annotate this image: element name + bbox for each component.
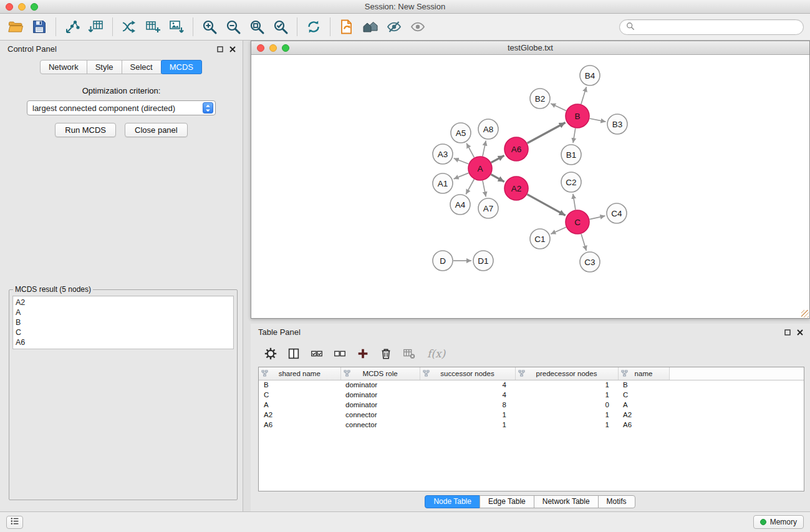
node-D[interactable]: D	[433, 251, 453, 271]
import-network-from-file-button[interactable]	[60, 16, 84, 38]
node-A[interactable]: A	[468, 157, 492, 180]
table-row[interactable]: Cdominator41C	[259, 390, 804, 400]
cell-successor-nodes[interactable]: 1	[420, 420, 515, 430]
save-session-button[interactable]	[27, 16, 51, 38]
node-B3[interactable]: B3	[607, 114, 627, 134]
column-header-name[interactable]: name	[618, 367, 669, 380]
show-graphics-details-button[interactable]	[406, 16, 430, 38]
tab-mcds[interactable]: MCDS	[161, 60, 202, 74]
cell-mcds-role[interactable]: connector	[340, 410, 420, 420]
node-B2[interactable]: B2	[530, 89, 550, 109]
node-C2[interactable]: C2	[561, 172, 581, 192]
close-panel-button[interactable]: Close panel	[125, 123, 188, 137]
import-table-from-file-button[interactable]	[84, 16, 108, 38]
node-A1[interactable]: A1	[433, 173, 453, 193]
node-A6[interactable]: A6	[504, 137, 528, 161]
edge-C-C2[interactable]	[573, 194, 576, 210]
table-row[interactable]: Bdominator41B	[259, 380, 804, 390]
table-settings-button[interactable]	[263, 346, 278, 361]
node-B1[interactable]: B1	[561, 145, 581, 165]
deselect-all-rows-button[interactable]	[332, 346, 347, 361]
tab-network[interactable]: Network	[40, 60, 87, 74]
cell-predecessor-nodes[interactable]: 1	[515, 380, 618, 390]
cell-mcds-role[interactable]: dominator	[340, 390, 420, 400]
node-A3[interactable]: A3	[433, 144, 453, 164]
cell-shared-name[interactable]: B	[259, 380, 340, 390]
mcds-result-item[interactable]: A2	[16, 297, 231, 307]
cell-name[interactable]: C	[618, 390, 669, 400]
edge-A-A4[interactable]	[466, 180, 474, 195]
float-panel-icon[interactable]	[217, 46, 223, 52]
node-B4[interactable]: B4	[580, 65, 600, 85]
cell-mcds-role[interactable]: connector	[340, 420, 420, 430]
node-A5[interactable]: A5	[451, 123, 471, 143]
edge-B-B4[interactable]	[581, 87, 587, 104]
show-columns-button[interactable]	[286, 346, 301, 361]
criterion-dropdown[interactable]: largest connected component (directed)	[27, 100, 216, 115]
node-B[interactable]: B	[566, 104, 589, 128]
tab-node-table[interactable]: Node Table	[425, 495, 480, 508]
node-D1[interactable]: D1	[473, 251, 493, 271]
network-zoom-button[interactable]	[282, 44, 289, 52]
cell-successor-nodes[interactable]: 4	[420, 380, 515, 390]
edge-A-A6[interactable]	[491, 155, 504, 162]
edge-B-B3[interactable]	[590, 118, 606, 122]
float-table-panel-icon[interactable]	[784, 329, 791, 336]
delete-column-button[interactable]	[378, 346, 393, 361]
search-input[interactable]	[639, 22, 797, 32]
zoom-fit-button[interactable]	[245, 16, 269, 38]
zoom-in-button[interactable]	[198, 16, 221, 38]
node-C1[interactable]: C1	[530, 229, 550, 249]
cell-successor-nodes[interactable]: 8	[420, 400, 515, 410]
edge-A-A5[interactable]	[466, 143, 474, 158]
table-row[interactable]: Adominator80A	[259, 400, 804, 410]
cell-successor-nodes[interactable]: 4	[420, 390, 515, 400]
network-canvas[interactable]: B4B2BB3A8A5A6A3B1AC2A1A2A4A7C4CC1C3DD1	[251, 55, 809, 318]
task-history-button[interactable]	[6, 516, 23, 529]
edge-A6-B[interactable]	[528, 123, 566, 143]
mcds-result-list[interactable]: A2ABCA6	[12, 296, 234, 349]
resize-grip-icon[interactable]	[801, 310, 809, 317]
column-header-mcds-role[interactable]: MCDS role	[340, 367, 420, 380]
close-panel-icon[interactable]	[229, 46, 236, 52]
edge-C-C3[interactable]	[581, 234, 586, 251]
mcds-result-item[interactable]: B	[16, 317, 231, 327]
zoom-out-button[interactable]	[221, 16, 245, 38]
zoom-selected-button[interactable]	[269, 16, 292, 38]
cell-shared-name[interactable]: C	[259, 390, 340, 400]
tab-style[interactable]: Style	[87, 60, 122, 74]
network-overview-button[interactable]	[359, 16, 382, 38]
apply-layout-button[interactable]	[302, 16, 325, 38]
cell-name[interactable]: B	[618, 380, 669, 390]
cell-name[interactable]: A2	[618, 410, 669, 420]
column-header-predecessor-nodes[interactable]: predecessor nodes	[515, 367, 618, 380]
table-row[interactable]: A6connector11A6	[259, 420, 804, 430]
tab-edge-table[interactable]: Edge Table	[480, 495, 534, 508]
new-table-button[interactable]	[141, 16, 165, 38]
mcds-result-item[interactable]: A6	[16, 337, 231, 347]
network-minimize-button[interactable]	[269, 44, 277, 52]
cell-predecessor-nodes[interactable]: 0	[515, 400, 618, 410]
memory-button[interactable]: Memory	[753, 515, 804, 529]
function-builder-button[interactable]: f(x)	[427, 346, 445, 361]
cell-name[interactable]: A	[618, 400, 669, 410]
zoom-window-button[interactable]	[31, 3, 38, 11]
run-mcds-button[interactable]: Run MCDS	[55, 123, 116, 137]
node-A8[interactable]: A8	[478, 119, 498, 139]
node-C4[interactable]: C4	[607, 203, 627, 223]
node-A7[interactable]: A7	[478, 198, 498, 218]
node-C[interactable]: C	[566, 210, 589, 234]
cell-shared-name[interactable]: A	[259, 400, 340, 410]
open-session-button[interactable]	[4, 16, 27, 38]
tab-motifs[interactable]: Motifs	[598, 495, 635, 508]
hide-graphics-details-button[interactable]	[382, 16, 406, 38]
edge-B-B1[interactable]	[573, 128, 576, 143]
cell-predecessor-nodes[interactable]: 1	[515, 390, 618, 400]
cell-successor-nodes[interactable]: 1	[420, 410, 515, 420]
edge-C-C1[interactable]	[551, 227, 566, 234]
edge-B-B2[interactable]	[551, 104, 566, 111]
mcds-result-item[interactable]: C	[16, 327, 231, 337]
export-image-button[interactable]	[165, 16, 188, 38]
table-row[interactable]: A2connector11A2	[259, 410, 804, 420]
column-header-shared-name[interactable]: shared name	[259, 367, 340, 380]
